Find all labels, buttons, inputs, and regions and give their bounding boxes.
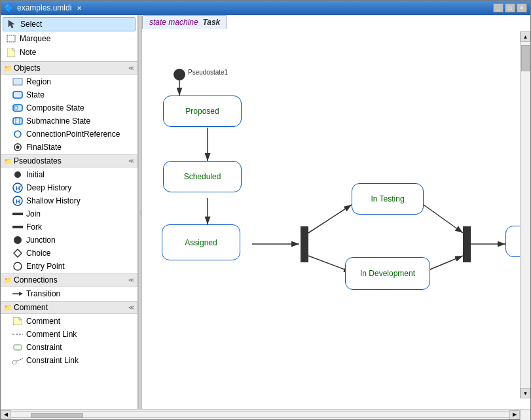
scroll-thumb-horizontal[interactable]: [31, 413, 83, 418]
bottom-bar: ◀ ▶: [1, 409, 530, 419]
item-fork[interactable]: Fork: [1, 220, 137, 234]
initial-label: Initial: [26, 170, 45, 179]
tool-select[interactable]: Select: [3, 17, 136, 31]
title-bar: 🔷 examples.umldi ✕ _ □ ✕: [1, 1, 530, 15]
assigned-state[interactable]: Assigned: [162, 224, 240, 260]
window-title: examples.umldi: [17, 3, 71, 12]
item-entry-point[interactable]: Entry Point: [1, 260, 137, 273]
item-transition[interactable]: Transition: [1, 287, 137, 300]
composite-state-icon: [12, 103, 23, 113]
left-panel: Select Marquee Note 📁: [1, 15, 138, 409]
deep-history-icon: H*: [12, 183, 23, 193]
item-state[interactable]: State: [1, 88, 137, 101]
canvas-tab-keyword: state machine: [149, 18, 198, 27]
comment-expand-icon: ≪: [128, 304, 134, 311]
item-choice[interactable]: Choice: [1, 247, 137, 260]
scroll-corner: [520, 410, 530, 420]
region-label: Region: [26, 77, 51, 86]
maximize-button[interactable]: □: [505, 3, 515, 12]
junction-icon: [12, 235, 23, 245]
svg-rect-32: [14, 345, 22, 350]
item-composite-state[interactable]: Composite State: [1, 101, 137, 114]
composite-state-label: Composite State: [26, 103, 84, 113]
comment-label: Comment: [26, 317, 60, 326]
junction-label: Junction: [26, 236, 56, 245]
connections-folder-icon: 📁: [4, 277, 12, 284]
transition-icon: [12, 289, 23, 299]
comment-icon: [12, 316, 23, 326]
constraint-link-icon: [12, 355, 23, 366]
svg-rect-41: [301, 226, 308, 262]
objects-section-header[interactable]: 📁 Objects ≪: [1, 61, 137, 75]
pseudostates-header-left: 📁 Pseudostates: [4, 156, 62, 166]
initial-state[interactable]: [174, 69, 185, 80]
item-shallow-history[interactable]: H Shallow History: [1, 194, 137, 207]
item-region[interactable]: Region: [1, 75, 137, 88]
comment-section-label: Comment: [14, 303, 48, 312]
svg-line-44: [424, 205, 463, 233]
svg-line-42: [308, 205, 352, 233]
scheduled-state[interactable]: Scheduled: [163, 161, 242, 192]
item-comment-link[interactable]: Comment Link: [1, 328, 137, 341]
fork-icon: [12, 222, 23, 232]
svg-rect-1: [7, 35, 15, 42]
scroll-up-button[interactable]: ▲: [521, 31, 530, 42]
objects-section-label: Objects: [14, 63, 41, 73]
join-label: Join: [26, 209, 41, 219]
final-state-icon: [12, 142, 23, 152]
svg-marker-0: [9, 20, 14, 28]
app-icon: 🔷: [4, 3, 14, 12]
note-icon: [6, 47, 16, 58]
close-button[interactable]: ✕: [517, 3, 527, 12]
uml-arrows-layer: [142, 31, 530, 409]
minimize-button[interactable]: _: [493, 3, 504, 12]
pseudostates-section-label: Pseudostates: [14, 156, 62, 166]
marquee-icon: [6, 33, 16, 44]
scroll-right-button[interactable]: ▶: [509, 410, 520, 419]
item-join[interactable]: Join: [1, 207, 137, 220]
svg-rect-22: [12, 226, 23, 228]
svg-point-14: [16, 145, 20, 150]
svg-rect-46: [463, 226, 471, 262]
scroll-left-button[interactable]: ◀: [1, 410, 11, 419]
tab-close-icon[interactable]: ✕: [77, 5, 82, 12]
item-connection-point-ref[interactable]: ConnectionPointReference: [1, 128, 137, 141]
pseudostates-folder-icon: 📁: [4, 158, 12, 165]
svg-rect-5: [13, 79, 22, 85]
objects-header-left: 📁 Objects: [4, 63, 41, 73]
scroll-thumb-vertical[interactable]: [521, 45, 530, 71]
in-development-state[interactable]: In Development: [345, 257, 430, 290]
constraint-label: Constraint: [26, 343, 62, 352]
item-submachine-state[interactable]: Submachine State: [1, 114, 137, 128]
proposed-state[interactable]: Proposed: [163, 96, 242, 127]
item-final-state[interactable]: FinalState: [1, 141, 137, 154]
fork-label: Fork: [26, 222, 42, 232]
canvas-area[interactable]: state machine Task: [142, 15, 530, 409]
comment-link-label: Comment Link: [26, 330, 77, 339]
item-initial[interactable]: Initial: [1, 168, 137, 181]
submachine-state-icon: [12, 116, 23, 126]
item-comment[interactable]: Comment: [1, 315, 137, 328]
in-testing-state[interactable]: In Testing: [352, 183, 424, 215]
item-junction[interactable]: Junction: [1, 234, 137, 247]
item-deep-history[interactable]: H* Deep History: [1, 181, 137, 194]
scroll-down-button[interactable]: ▼: [521, 388, 530, 398]
select-label: Select: [20, 20, 42, 29]
canvas-tab-name: Task: [202, 18, 220, 27]
tool-note[interactable]: Note: [3, 46, 136, 59]
comment-section-header[interactable]: 📁 Comment ≪: [1, 301, 137, 314]
objects-folder-icon: 📁: [4, 65, 12, 72]
canvas-tab: state machine Task: [142, 15, 227, 29]
svg-marker-28: [13, 317, 22, 325]
item-constraint-link[interactable]: Constraint Link: [1, 354, 137, 367]
item-constraint[interactable]: Constraint: [1, 341, 137, 354]
right-scrollbar[interactable]: ▲ ▼: [520, 31, 530, 398]
tool-marquee[interactable]: Marquee: [3, 32, 136, 45]
pseudostates-section-header[interactable]: 📁 Pseudostates ≪: [1, 154, 137, 167]
objects-items: Region State Composite State Submachine …: [1, 75, 137, 154]
connections-section-header[interactable]: 📁 Connections ≪: [1, 273, 137, 287]
svg-rect-21: [12, 213, 23, 215]
initial-icon: [12, 169, 23, 180]
uml-canvas[interactable]: Pseudostate1 Proposed Scheduled Assigned…: [142, 31, 530, 409]
transition-label: Transition: [26, 289, 60, 298]
